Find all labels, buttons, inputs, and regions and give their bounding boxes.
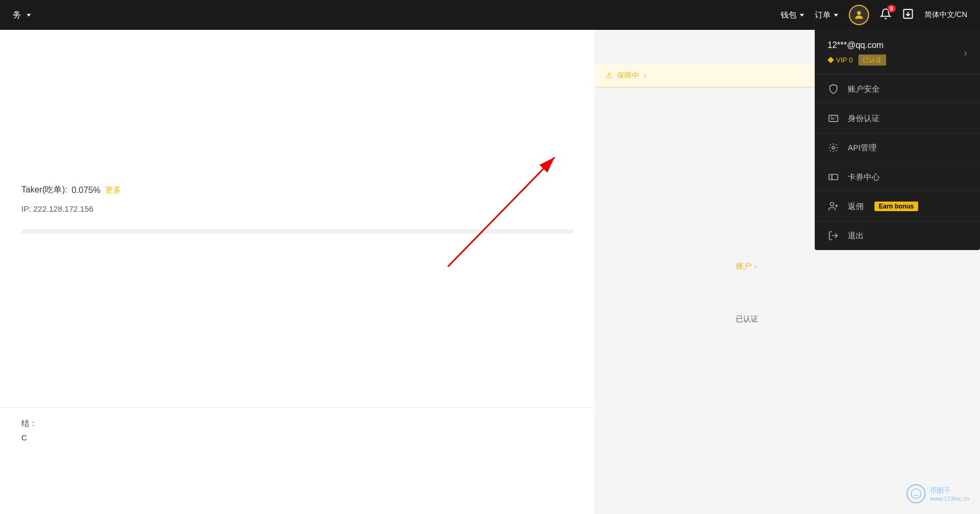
dropdown-item-rebate[interactable]: 返佣 Earn bonus bbox=[815, 192, 980, 221]
svg-point-0 bbox=[857, 11, 861, 15]
topbar: 务 钱包 订单 9 bbox=[0, 0, 980, 30]
dropdown-header[interactable]: 12***@qq.com VIP 0 已认证 › bbox=[815, 30, 980, 75]
power-icon bbox=[828, 230, 839, 242]
user-email: 12***@qq.com bbox=[828, 41, 886, 50]
taker-fee-row: Taker(吃单): 0.075% 更多 bbox=[21, 184, 573, 196]
dropdown-item-api[interactable]: API管理 bbox=[815, 133, 980, 163]
svg-point-3 bbox=[832, 147, 835, 149]
verify-text: 已认证 bbox=[736, 315, 758, 324]
vip-badge: VIP 0 bbox=[828, 56, 853, 64]
vip-diamond-icon bbox=[828, 57, 834, 63]
dropdown-item-coupon[interactable]: 卡券中心 bbox=[815, 163, 980, 192]
earn-bonus-badge: Earn bonus bbox=[874, 202, 918, 211]
service-chevron-icon bbox=[27, 14, 31, 17]
svg-point-5 bbox=[830, 203, 834, 206]
notice-text: 保障中 bbox=[617, 71, 639, 81]
ip-row: IP: 222.128.172.156 bbox=[21, 204, 573, 213]
bottom-section: 结： C bbox=[0, 407, 595, 514]
referral-icon bbox=[828, 200, 839, 212]
order-chevron-icon bbox=[834, 14, 838, 17]
coupon-icon bbox=[828, 171, 839, 183]
user-avatar-button[interactable] bbox=[849, 5, 869, 25]
api-icon bbox=[828, 142, 839, 154]
chevron-right-icon: › bbox=[964, 47, 967, 59]
id-card-icon bbox=[828, 113, 839, 124]
svg-rect-4 bbox=[829, 174, 838, 180]
bottom-value: C bbox=[21, 433, 573, 442]
topbar-left: 务 bbox=[13, 10, 31, 21]
ip-label: IP: bbox=[21, 204, 31, 213]
watermark: 币图子 www.123toc.cn bbox=[906, 484, 969, 503]
dropdown-item-logout[interactable]: 退出 bbox=[815, 221, 980, 250]
wallet-menu[interactable]: 钱包 bbox=[781, 10, 804, 20]
watermark-name: 币图子 bbox=[930, 486, 969, 495]
dropdown-item-identity[interactable]: 身份认证 bbox=[815, 104, 980, 133]
wallet-chevron-icon bbox=[800, 14, 804, 17]
ip-value: 222.128.172.156 bbox=[34, 204, 94, 213]
download-button[interactable] bbox=[902, 8, 914, 22]
separator-bar bbox=[21, 229, 573, 234]
verified-badge: 已认证 bbox=[858, 54, 886, 66]
user-dropdown-menu: 12***@qq.com VIP 0 已认证 › 账户安全 bbox=[815, 30, 980, 250]
watermark-logo bbox=[906, 484, 926, 503]
watermark-url: www.123toc.cn bbox=[930, 495, 969, 502]
bottom-label: 结： bbox=[21, 419, 573, 429]
notice-arrow-icon[interactable]: › bbox=[644, 71, 646, 80]
taker-label: Taker(吃单): bbox=[21, 184, 67, 196]
svg-point-11 bbox=[911, 489, 921, 499]
language-selector[interactable]: 简体中文/CN bbox=[925, 10, 967, 20]
dropdown-item-security[interactable]: 账户安全 bbox=[815, 75, 980, 104]
warning-icon: ⚠ bbox=[605, 70, 613, 81]
taker-value: 0.075% bbox=[71, 186, 100, 195]
service-label[interactable]: 务 bbox=[13, 10, 21, 21]
topbar-right: 钱包 订单 9 bbox=[781, 5, 967, 25]
order-menu[interactable]: 订单 bbox=[815, 10, 838, 20]
notification-badge: 9 bbox=[887, 5, 896, 12]
notification-button[interactable]: 9 bbox=[880, 8, 891, 22]
shield-icon bbox=[828, 83, 839, 95]
more-link[interactable]: 更多 bbox=[105, 185, 121, 195]
user-badges: VIP 0 已认证 bbox=[828, 54, 886, 66]
account-link[interactable]: 账户 › bbox=[736, 261, 757, 271]
